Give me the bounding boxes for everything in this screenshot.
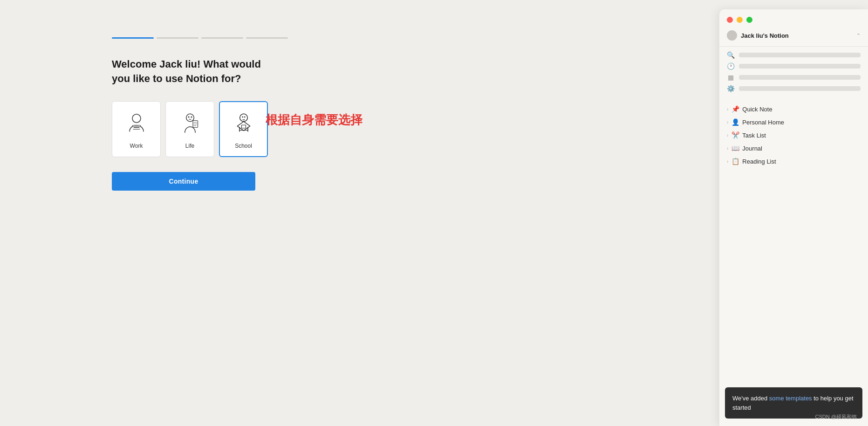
nav-item-task-list[interactable]: › ✂️ Task List xyxy=(719,129,868,142)
school-label: School xyxy=(235,143,252,149)
templates-skeleton xyxy=(739,75,861,80)
search-row[interactable]: 🔍 xyxy=(727,51,861,59)
minimize-button[interactable] xyxy=(737,17,743,23)
tooltip-highlight: some templates xyxy=(769,395,812,402)
chevron-journal: › xyxy=(727,146,728,151)
sidebar-icons: 🔍 🕐 ▦ ⚙️ xyxy=(719,47,868,97)
tooltip-prefix: We've added xyxy=(732,395,769,402)
templates-row[interactable]: ▦ xyxy=(727,74,861,81)
svg-point-4 xyxy=(186,114,194,122)
app-preview: Jack liu's Notion ⌃ 🔍 🕐 ▦ ⚙️ › 📌 Quick N… xyxy=(719,9,868,426)
svg-rect-1 xyxy=(132,125,141,127)
maximize-button[interactable] xyxy=(746,17,752,23)
updates-row[interactable]: 🕐 xyxy=(727,62,861,70)
task-list-label: Task List xyxy=(742,132,766,139)
chevron-reading-list: › xyxy=(727,159,728,164)
updates-skeleton xyxy=(739,64,861,69)
options-row: Work Life xyxy=(112,101,268,157)
life-label: Life xyxy=(185,143,194,149)
person-icon: 👤 xyxy=(731,118,739,126)
svg-point-5 xyxy=(188,116,189,117)
work-label: Work xyxy=(130,143,143,149)
life-icon xyxy=(175,109,205,139)
close-button[interactable] xyxy=(727,17,733,23)
clipboard-icon: 📋 xyxy=(731,158,739,165)
svg-point-12 xyxy=(242,116,243,117)
settings-icon: ⚙️ xyxy=(727,85,734,92)
traffic-lights xyxy=(719,9,868,27)
search-skeleton xyxy=(739,53,861,57)
settings-row[interactable]: ⚙️ xyxy=(727,85,861,92)
welcome-title: Welcome Jack liu! What would you like to… xyxy=(112,57,261,86)
settings-skeleton xyxy=(739,86,861,91)
clock-icon: 🕐 xyxy=(727,62,734,70)
workspace-name: Jack liu's Notion xyxy=(741,32,853,39)
progress-segment-2 xyxy=(157,37,198,39)
nav-item-reading-list[interactable]: › 📋 Reading List xyxy=(719,155,868,168)
progress-bar xyxy=(112,37,288,39)
workspace-header[interactable]: Jack liu's Notion ⌃ xyxy=(719,27,868,47)
reading-list-label: Reading List xyxy=(742,158,776,165)
option-work[interactable]: Work xyxy=(112,101,161,157)
scissors-icon: ✂️ xyxy=(731,131,739,139)
book-icon: 📖 xyxy=(731,144,739,152)
personal-home-label: Personal Home xyxy=(742,119,784,126)
option-school[interactable]: School xyxy=(219,101,268,157)
watermark: CSDN @硕风和炜 xyxy=(815,413,857,420)
pin-icon: 📌 xyxy=(731,105,739,113)
onboarding-panel: Welcome Jack liu! What would you like to… xyxy=(0,0,719,426)
svg-point-6 xyxy=(191,116,192,117)
grid-icon: ▦ xyxy=(727,74,734,81)
svg-point-0 xyxy=(132,114,141,123)
nav-item-personal-home[interactable]: › 👤 Personal Home xyxy=(719,116,868,129)
progress-segment-1 xyxy=(112,37,154,39)
option-life[interactable]: Life xyxy=(165,101,214,157)
work-icon xyxy=(122,109,151,139)
annotation-text: 根据自身需要选择 xyxy=(266,112,362,128)
workspace-avatar xyxy=(727,30,737,41)
chevron-personal-home: › xyxy=(727,120,728,125)
svg-rect-14 xyxy=(241,125,246,128)
chevron-icon: ⌃ xyxy=(856,33,861,39)
progress-segment-3 xyxy=(201,37,243,39)
sidebar-nav: › 📌 Quick Note › 👤 Personal Home › ✂️ Ta… xyxy=(719,97,868,384)
chevron-quick-note: › xyxy=(727,107,728,112)
quick-note-label: Quick Note xyxy=(742,106,772,113)
nav-item-quick-note[interactable]: › 📌 Quick Note xyxy=(719,103,868,116)
continue-button[interactable]: Continue xyxy=(112,172,255,191)
nav-item-journal[interactable]: › 📖 Journal xyxy=(719,142,868,155)
svg-point-11 xyxy=(239,114,247,122)
search-icon: 🔍 xyxy=(727,51,734,59)
progress-segment-4 xyxy=(246,37,288,39)
svg-point-13 xyxy=(244,116,245,117)
chevron-task-list: › xyxy=(727,133,728,138)
school-icon xyxy=(229,109,259,139)
journal-label: Journal xyxy=(742,145,762,152)
